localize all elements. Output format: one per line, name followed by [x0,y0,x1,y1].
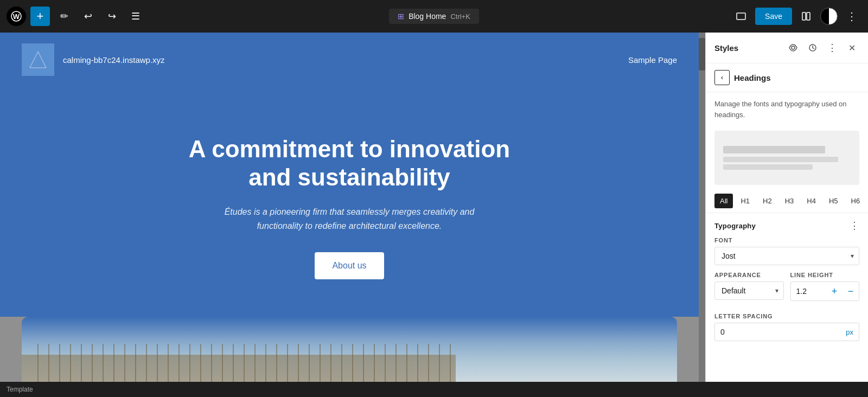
font-select[interactable]: Jost [714,247,859,265]
close-panel-button[interactable]: ✕ [844,40,859,55]
blog-title-label: Blog Home [409,12,446,21]
tab-h6[interactable]: H6 [846,194,866,208]
site-logo [22,43,54,76]
hero-title: A commitment to innovation and sustainab… [187,135,512,193]
more-panel-button[interactable]: ⋮ [825,40,840,55]
toolbar-right: Save ⋮ [731,7,861,26]
appearance-select-wrapper: Default ▾ [714,281,784,300]
letter-spacing-unit[interactable]: px [840,324,859,341]
letter-spacing-row: LETTER SPACING 0 px [714,313,859,341]
preview-line-3 [723,164,813,170]
typography-more-button[interactable]: ⋮ [850,220,859,232]
tab-h2[interactable]: H2 [757,194,777,208]
add-block-button[interactable]: + [30,7,50,26]
undo-button[interactable]: ↩ [78,7,98,26]
tab-h4[interactable]: H4 [801,194,821,208]
line-height-field: LINE HEIGHT 1.2 + − [790,272,860,306]
headings-preview [714,131,859,185]
save-button[interactable]: Save [755,8,792,25]
tab-all[interactable]: All [714,194,733,208]
site-nav-item[interactable]: Sample Page [628,55,677,65]
preview-line-1 [723,146,825,153]
history-icon-button[interactable] [805,40,820,55]
headings-header: ‹ Headings [706,63,868,92]
appearance-lineheight-row: APPEARANCE Default ▾ LINE HEIGHT 1.2 + − [714,272,859,306]
preview-line-2 [723,157,838,162]
headings-title: Headings [734,73,771,82]
svg-rect-4 [807,12,810,20]
back-button[interactable]: ‹ [714,70,730,85]
blog-icon: ⊞ [398,12,404,21]
appearance-select[interactable]: Default [714,281,784,300]
building-image [22,317,677,382]
shortcut-label: Ctrl+K [450,12,470,21]
main-area: calming-bb7c24.instawp.xyz Sample Page A… [0,33,868,382]
letter-spacing-label: LETTER SPACING [714,313,859,319]
toolbar-left: W + ✏ ↩ ↪ ☰ [7,7,145,26]
menu-button[interactable]: ☰ [126,7,145,26]
panel-title: Styles [714,43,738,53]
layout-button[interactable] [796,7,816,26]
line-height-increase-button[interactable]: + [826,282,843,300]
site-preview: calming-bb7c24.instawp.xyz Sample Page A… [0,33,699,382]
building-lines [22,344,677,382]
wp-logo[interactable]: W [7,7,26,26]
scrollbar-track[interactable] [699,33,705,382]
panel-icons: ⋮ ✕ [786,40,859,55]
view-button[interactable] [731,7,751,26]
panel-header: Styles ⋮ ✕ [706,33,868,63]
tab-h3[interactable]: H3 [780,194,800,208]
heading-tabs: All H1 H2 H3 H4 H5 H6 [706,189,868,213]
headings-description: Manage the fonts and typography used on … [706,92,868,126]
about-us-button[interactable]: About us [315,252,384,279]
contrast-button[interactable] [820,8,838,25]
font-label: FONT [714,237,859,244]
site-header: calming-bb7c24.instawp.xyz Sample Page [0,33,699,87]
line-height-label: LINE HEIGHT [790,272,860,278]
edit-button[interactable]: ✏ [54,7,74,26]
appearance-label: APPEARANCE [714,272,784,278]
typography-header-row: Typography ⋮ [714,220,859,232]
letter-spacing-input-wrap: 0 px [714,323,859,341]
svg-line-6 [38,52,46,68]
letter-spacing-value: 0 [715,323,840,341]
preview-content [714,142,859,174]
typography-label: Typography [714,222,756,230]
tab-h1[interactable]: H1 [735,194,755,208]
svg-point-48 [792,46,795,49]
status-bar: Template [0,382,868,397]
redo-button[interactable]: ↪ [102,7,122,26]
typography-section: Typography ⋮ FONT Jost ▾ APPEARANCE Defa… [706,213,868,354]
site-url: calming-bb7c24.instawp.xyz [63,55,165,65]
appearance-field: APPEARANCE Default ▾ [714,272,784,306]
blog-home-button[interactable]: ⊞ Blog Home Ctrl+K [389,9,479,24]
svg-rect-8 [22,355,456,382]
styles-panel: Styles ⋮ ✕ ‹ [705,33,868,382]
svg-rect-2 [737,13,745,20]
svg-rect-3 [802,12,806,20]
line-height-decrease-button[interactable]: − [843,282,859,300]
status-label: Template [7,386,33,393]
line-height-control: 1.2 + − [790,281,860,301]
preview-icon-button[interactable] [786,40,801,55]
hero-subtitle: Études is a pioneering firm that seamles… [208,205,490,233]
svg-line-5 [30,52,38,68]
site-logo-area: calming-bb7c24.instawp.xyz [22,43,165,76]
scrollbar-thumb[interactable] [699,38,705,71]
canvas-area: calming-bb7c24.instawp.xyz Sample Page A… [0,33,705,382]
more-options-button[interactable]: ⋮ [842,7,861,26]
font-select-wrapper: Jost ▾ [714,247,859,265]
line-height-value: 1.2 [791,283,827,300]
svg-text:W: W [13,12,20,21]
hero-section: A commitment to innovation and sustainab… [0,87,699,317]
toolbar: W + ✏ ↩ ↪ ☰ ⊞ Blog Home Ctrl+K Save ⋮ [0,0,868,33]
tab-h5[interactable]: H5 [824,194,844,208]
